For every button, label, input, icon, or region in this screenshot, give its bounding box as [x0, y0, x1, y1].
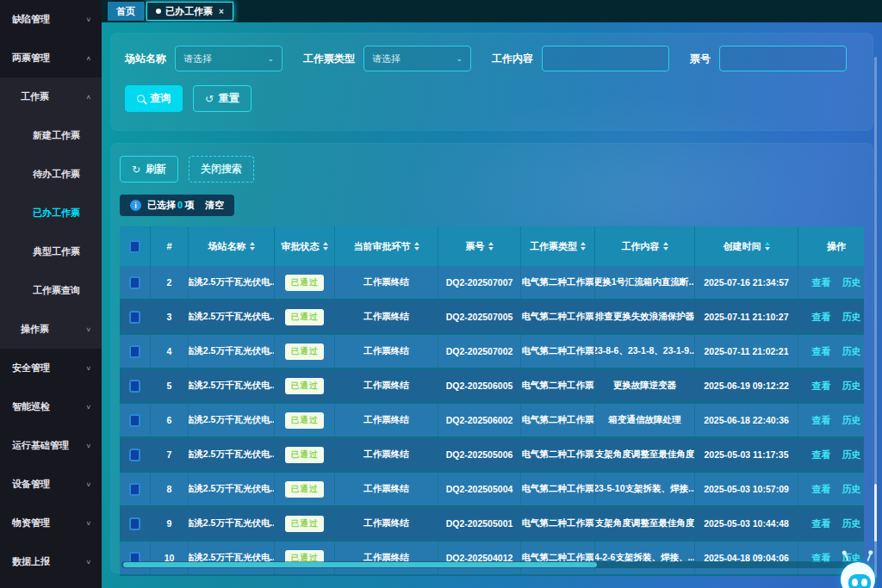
sort-icon[interactable] [765, 242, 770, 251]
row-checkbox[interactable] [129, 345, 140, 358]
column-header-label: 操作 [827, 240, 846, 253]
ticket-type-select[interactable]: 请选择 ⌄ [363, 46, 471, 71]
row-checkbox[interactable] [129, 517, 140, 530]
sort-asc-icon [323, 242, 328, 245]
history-link[interactable]: 历史 [842, 380, 861, 393]
sidebar-item-智能巡检[interactable]: 智能巡检∨ [0, 387, 102, 426]
view-link[interactable]: 查看 [812, 276, 831, 289]
sidebar-item-数据上报[interactable]: 数据上报∨ [0, 542, 102, 581]
sidebar-item-设备管理[interactable]: 设备管理∨ [0, 465, 102, 504]
reset-button[interactable]: ↺ 重置 [193, 85, 252, 112]
view-link[interactable]: 查看 [812, 517, 831, 530]
view-link[interactable]: 查看 [812, 414, 831, 427]
ticket-number-input[interactable] [719, 46, 847, 71]
sidebar-item-label: 两票管理 [12, 52, 50, 65]
search-button-label: 查询 [150, 91, 171, 106]
history-link[interactable]: 历史 [842, 311, 861, 324]
work-content-input[interactable] [542, 46, 669, 71]
horizontal-scrollbar[interactable] [121, 561, 862, 568]
search-button[interactable]: 查询 [125, 85, 183, 112]
ticket-type-cell: 电气第二种工作票 [521, 335, 595, 368]
assistant-robot-icon[interactable] [839, 555, 877, 588]
reset-icon: ↺ [205, 93, 214, 105]
work-content-cell: 箱变通信故障处理 [595, 404, 695, 436]
column-header-当前审批环节[interactable]: 当前审批环节 [335, 226, 438, 266]
sidebar-item-安全管理[interactable]: 安全管理∨ [0, 349, 102, 387]
station-name-cell: 临洮2.5万千瓦光伏电... [189, 542, 275, 574]
column-header-工作内容[interactable]: 工作内容 [595, 226, 695, 266]
ticket-number-cell: DQ2-202505006 [438, 438, 521, 471]
view-link[interactable]: 查看 [812, 483, 831, 496]
history-link[interactable]: 历史 [842, 276, 861, 289]
row-checkbox[interactable] [129, 276, 140, 289]
column-header-票号[interactable]: 票号 [438, 226, 521, 266]
sidebar-item-运行基础管理[interactable]: 运行基础管理∨ [0, 426, 102, 465]
row-index-cell: 8 [151, 473, 189, 505]
vertical-scrollbar[interactable] [874, 57, 877, 578]
sidebar-item-待办工作票[interactable]: 待办工作票 [0, 155, 102, 194]
refresh-button[interactable]: ↻ 刷新 [120, 156, 178, 183]
sort-icon[interactable] [414, 242, 419, 251]
view-link[interactable]: 查看 [812, 345, 831, 358]
select-all-checkbox[interactable] [129, 240, 140, 253]
history-link[interactable]: 历史 [842, 449, 861, 461]
sidebar-item-新建工作票[interactable]: 新建工作票 [0, 116, 102, 155]
table-row: 10临洮2.5万千瓦光伏电...已通过工作票终结DQ2-202504012电气第… [120, 542, 864, 576]
column-header-label: 票号 [466, 240, 485, 253]
tab-首页[interactable]: 首页 [108, 2, 144, 21]
tab-label: 首页 [116, 5, 135, 18]
sidebar-item-工作票查询[interactable]: 工作票查询 [0, 271, 102, 310]
view-link[interactable]: 查看 [812, 380, 831, 393]
ticket-number-cell: DQ2-202507007 [438, 266, 521, 299]
row-checkbox[interactable] [129, 414, 140, 427]
sort-asc-icon [663, 242, 668, 245]
chevron-down-icon: ⌄ [456, 54, 463, 63]
row-checkbox[interactable] [129, 311, 140, 324]
sidebar-item-label: 物资管理 [12, 517, 50, 529]
sort-icon[interactable] [581, 242, 586, 251]
vertical-scrollbar-thumb[interactable] [874, 484, 877, 542]
sidebar-item-物资管理[interactable]: 物资管理∨ [0, 504, 102, 542]
view-link[interactable]: 查看 [812, 311, 831, 324]
column-header-创建时间[interactable]: 创建时间 [695, 226, 798, 266]
row-checkbox[interactable] [129, 449, 140, 461]
sort-icon[interactable] [663, 242, 668, 251]
sidebar-item-已办工作票[interactable]: 已办工作票 [0, 194, 102, 232]
column-header-审批状态[interactable]: 审批状态 [275, 226, 335, 266]
station-name-select[interactable]: 请选择 ⌄ [175, 46, 283, 71]
column-header-场站名称[interactable]: 场站名称 [189, 226, 275, 266]
horizontal-scrollbar-thumb[interactable] [123, 562, 597, 567]
status-badge: 已通过 [285, 275, 325, 291]
actions-cell: 查看历史 [798, 507, 874, 540]
history-link[interactable]: 历史 [842, 483, 861, 496]
history-link[interactable]: 历史 [842, 414, 861, 427]
history-link[interactable]: 历史 [842, 517, 861, 530]
sort-icon[interactable] [323, 242, 328, 251]
row-checkbox[interactable] [129, 380, 140, 393]
clear-selection-link[interactable]: 清空 [205, 199, 224, 212]
close-search-button[interactable]: 关闭搜索 [189, 156, 254, 183]
sidebar-item-缺陷管理[interactable]: 缺陷管理∨ [0, 0, 102, 39]
work-content-cell: 更换故障逆变器 [595, 369, 695, 402]
table-row: 7临洮2.5万千瓦光伏电...已通过工作票终结DQ2-202505006电气第二… [120, 438, 864, 473]
sort-desc-icon [250, 247, 255, 251]
row-checkbox[interactable] [129, 483, 140, 496]
sort-desc-icon [663, 247, 668, 251]
created-time-cell: 2025-07-11 21:02:21 [695, 335, 798, 368]
chevron-down-icon: ∨ [85, 16, 91, 23]
approval-step-cell: 工作票终结 [335, 266, 438, 299]
sort-icon[interactable] [250, 242, 255, 251]
sidebar-item-操作票[interactable]: 操作票∨ [0, 310, 102, 349]
sidebar-item-工作票[interactable]: 工作票∧ [0, 77, 102, 116]
ticket-type-cell: 电气第二种工作票 [521, 438, 595, 471]
view-link[interactable]: 查看 [812, 449, 831, 461]
tab-已办工作票[interactable]: 已办工作票× [146, 2, 233, 21]
sidebar-item-两票管理[interactable]: 两票管理∧ [0, 39, 102, 77]
sort-icon[interactable] [488, 242, 494, 251]
approval-step-cell: 工作票终结 [335, 404, 438, 436]
column-header-工作票类型[interactable]: 工作票类型 [521, 226, 595, 266]
history-link[interactable]: 历史 [842, 345, 861, 358]
approval-step-cell: 工作票终结 [335, 542, 438, 574]
sidebar-item-典型工作票[interactable]: 典型工作票 [0, 232, 102, 271]
close-tab-icon[interactable]: × [219, 7, 224, 16]
